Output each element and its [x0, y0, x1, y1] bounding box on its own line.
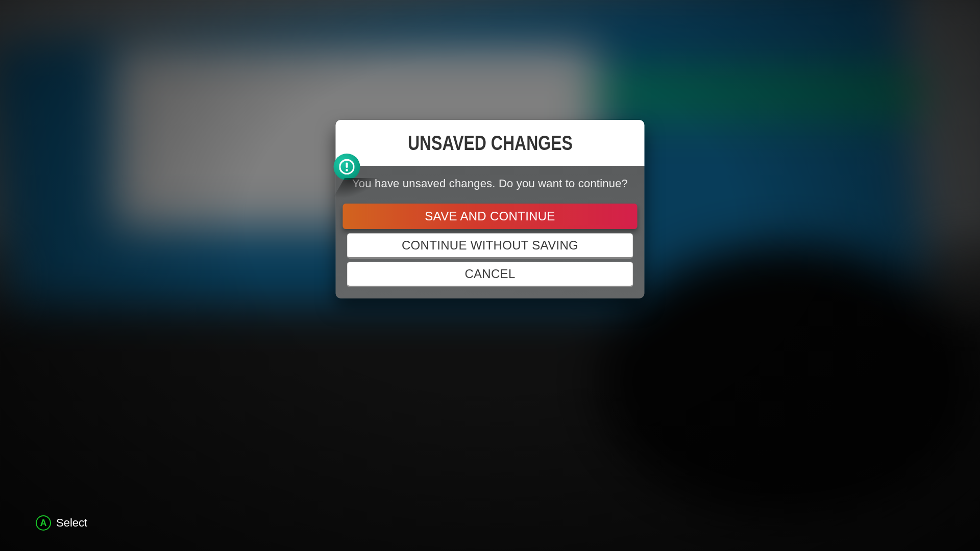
cancel-button[interactable]: CANCEL [347, 262, 633, 287]
dialog-header: UNSAVED CHANGES [336, 120, 645, 166]
dialog-body: You have unsaved changes. Do you want to… [336, 166, 645, 298]
dialog-message: You have unsaved changes. Do you want to… [344, 177, 636, 190]
hint-label: Select [56, 516, 87, 530]
continue-without-saving-button[interactable]: CONTINUE WITHOUT SAVING [347, 233, 633, 259]
save-and-continue-button[interactable]: SAVE AND CONTINUE [343, 204, 638, 229]
exclamation-icon [334, 154, 360, 180]
a-button-icon: A [36, 515, 51, 531]
svg-rect-1 [346, 163, 348, 168]
controller-hint: A Select [36, 515, 87, 531]
dialog-button-stack: SAVE AND CONTINUE CONTINUE WITHOUT SAVIN… [344, 204, 636, 287]
unsaved-changes-dialog: UNSAVED CHANGES You have unsaved changes… [336, 120, 645, 298]
dialog-title: UNSAVED CHANGES [408, 132, 573, 155]
svg-point-2 [346, 169, 348, 172]
